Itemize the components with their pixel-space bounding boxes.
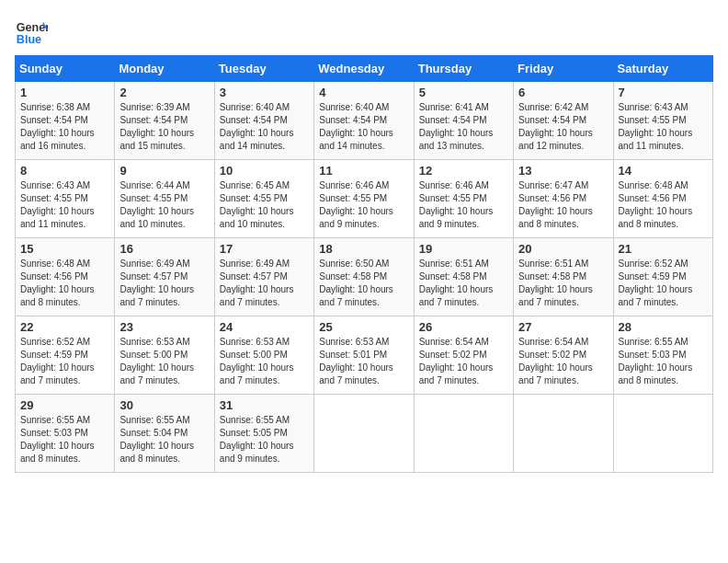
day-number: 28 <box>619 320 708 334</box>
day-info: Sunrise: 6:51 AM Sunset: 4:58 PM Dayligh… <box>419 258 508 309</box>
calendar-cell: 22Sunrise: 6:52 AM Sunset: 4:59 PM Dayli… <box>16 316 115 395</box>
day-info: Sunrise: 6:47 AM Sunset: 4:56 PM Dayligh… <box>518 179 608 231</box>
day-number: 4 <box>319 86 408 99</box>
calendar-cell: 4Sunrise: 6:40 AM Sunset: 4:54 PM Daylig… <box>314 82 414 160</box>
day-number: 14 <box>619 164 708 178</box>
day-info: Sunrise: 6:43 AM Sunset: 4:55 PM Dayligh… <box>20 179 109 231</box>
day-number: 17 <box>220 242 309 256</box>
day-number: 5 <box>419 86 508 99</box>
day-number: 8 <box>20 164 109 178</box>
calendar-cell: 31Sunrise: 6:55 AM Sunset: 5:05 PM Dayli… <box>214 395 313 473</box>
calendar-cell <box>414 395 513 473</box>
day-number: 26 <box>419 320 508 334</box>
day-info: Sunrise: 6:53 AM Sunset: 5:00 PM Dayligh… <box>220 336 309 387</box>
calendar-cell: 1Sunrise: 6:38 AM Sunset: 4:54 PM Daylig… <box>16 82 115 160</box>
calendar-cell: 20Sunrise: 6:51 AM Sunset: 4:58 PM Dayli… <box>514 238 613 316</box>
day-info: Sunrise: 6:48 AM Sunset: 4:56 PM Dayligh… <box>20 258 109 309</box>
calendar-cell: 24Sunrise: 6:53 AM Sunset: 5:00 PM Dayli… <box>214 316 313 395</box>
header-friday: Friday <box>514 56 613 82</box>
day-info: Sunrise: 6:53 AM Sunset: 5:01 PM Dayligh… <box>319 336 408 387</box>
day-info: Sunrise: 6:46 AM Sunset: 4:55 PM Dayligh… <box>319 179 408 231</box>
day-number: 12 <box>419 164 508 178</box>
calendar-week-1: 1Sunrise: 6:38 AM Sunset: 4:54 PM Daylig… <box>16 82 713 160</box>
day-info: Sunrise: 6:49 AM Sunset: 4:57 PM Dayligh… <box>220 258 309 309</box>
calendar-cell: 8Sunrise: 6:43 AM Sunset: 4:55 PM Daylig… <box>16 160 115 238</box>
day-info: Sunrise: 6:45 AM Sunset: 4:55 PM Dayligh… <box>220 179 309 231</box>
calendar-cell: 6Sunrise: 6:42 AM Sunset: 4:54 PM Daylig… <box>514 82 613 160</box>
calendar-cell: 2Sunrise: 6:39 AM Sunset: 4:54 PM Daylig… <box>115 82 214 160</box>
logo: General Blue <box>15 15 51 48</box>
calendar-cell: 7Sunrise: 6:43 AM Sunset: 4:55 PM Daylig… <box>613 82 712 160</box>
calendar-cell: 12Sunrise: 6:46 AM Sunset: 4:55 PM Dayli… <box>414 160 513 238</box>
header-thursday: Thursday <box>414 56 513 82</box>
calendar-cell: 30Sunrise: 6:55 AM Sunset: 5:04 PM Dayli… <box>115 395 214 473</box>
calendar-header-row: SundayMondayTuesdayWednesdayThursdayFrid… <box>16 56 713 82</box>
day-info: Sunrise: 6:40 AM Sunset: 4:54 PM Dayligh… <box>319 101 408 153</box>
day-info: Sunrise: 6:52 AM Sunset: 4:59 PM Dayligh… <box>20 336 109 387</box>
day-info: Sunrise: 6:48 AM Sunset: 4:56 PM Dayligh… <box>619 179 708 231</box>
day-info: Sunrise: 6:52 AM Sunset: 4:59 PM Dayligh… <box>619 258 708 309</box>
day-info: Sunrise: 6:49 AM Sunset: 4:57 PM Dayligh… <box>119 258 209 309</box>
calendar-cell: 25Sunrise: 6:53 AM Sunset: 5:01 PM Dayli… <box>314 316 414 395</box>
day-info: Sunrise: 6:39 AM Sunset: 4:54 PM Dayligh… <box>119 101 209 153</box>
day-info: Sunrise: 6:46 AM Sunset: 4:55 PM Dayligh… <box>419 179 508 231</box>
day-info: Sunrise: 6:55 AM Sunset: 5:05 PM Dayligh… <box>220 414 309 465</box>
calendar-cell: 14Sunrise: 6:48 AM Sunset: 4:56 PM Dayli… <box>613 160 712 238</box>
header-sunday: Sunday <box>16 56 115 82</box>
calendar-cell: 18Sunrise: 6:50 AM Sunset: 4:58 PM Dayli… <box>314 238 414 316</box>
calendar-cell <box>314 395 414 473</box>
calendar-week-5: 29Sunrise: 6:55 AM Sunset: 5:03 PM Dayli… <box>16 395 713 473</box>
calendar-cell: 29Sunrise: 6:55 AM Sunset: 5:03 PM Dayli… <box>16 395 115 473</box>
calendar-table: SundayMondayTuesdayWednesdayThursdayFrid… <box>15 55 713 473</box>
logo-icon: General Blue <box>15 15 48 48</box>
calendar-week-2: 8Sunrise: 6:43 AM Sunset: 4:55 PM Daylig… <box>16 160 713 238</box>
day-info: Sunrise: 6:53 AM Sunset: 5:00 PM Dayligh… <box>119 336 209 387</box>
day-number: 20 <box>518 242 608 256</box>
calendar-cell: 11Sunrise: 6:46 AM Sunset: 4:55 PM Dayli… <box>314 160 414 238</box>
header-tuesday: Tuesday <box>214 56 313 82</box>
day-number: 10 <box>220 164 309 178</box>
day-number: 22 <box>20 320 109 334</box>
day-number: 2 <box>119 86 209 99</box>
calendar-week-3: 15Sunrise: 6:48 AM Sunset: 4:56 PM Dayli… <box>16 238 713 316</box>
day-number: 31 <box>220 398 309 412</box>
calendar-cell: 27Sunrise: 6:54 AM Sunset: 5:02 PM Dayli… <box>514 316 613 395</box>
day-info: Sunrise: 6:51 AM Sunset: 4:58 PM Dayligh… <box>518 258 608 309</box>
day-number: 27 <box>518 320 608 334</box>
day-number: 18 <box>319 242 408 256</box>
header-saturday: Saturday <box>613 56 712 82</box>
day-number: 9 <box>119 164 209 178</box>
day-info: Sunrise: 6:42 AM Sunset: 4:54 PM Dayligh… <box>518 101 608 153</box>
header-monday: Monday <box>115 56 214 82</box>
day-number: 19 <box>419 242 508 256</box>
day-number: 24 <box>220 320 309 334</box>
day-info: Sunrise: 6:43 AM Sunset: 4:55 PM Dayligh… <box>619 101 708 153</box>
day-info: Sunrise: 6:54 AM Sunset: 5:02 PM Dayligh… <box>518 336 608 387</box>
calendar-cell: 26Sunrise: 6:54 AM Sunset: 5:02 PM Dayli… <box>414 316 513 395</box>
day-number: 25 <box>319 320 408 334</box>
calendar-cell: 19Sunrise: 6:51 AM Sunset: 4:58 PM Dayli… <box>414 238 513 316</box>
day-number: 23 <box>119 320 209 334</box>
day-number: 11 <box>319 164 408 178</box>
svg-text:Blue: Blue <box>17 33 41 46</box>
day-number: 29 <box>20 398 109 412</box>
day-info: Sunrise: 6:55 AM Sunset: 5:03 PM Dayligh… <box>619 336 708 387</box>
day-number: 7 <box>619 86 708 99</box>
day-info: Sunrise: 6:40 AM Sunset: 4:54 PM Dayligh… <box>220 101 309 153</box>
calendar-cell: 28Sunrise: 6:55 AM Sunset: 5:03 PM Dayli… <box>613 316 712 395</box>
page-header: General Blue <box>15 15 713 48</box>
calendar-cell: 17Sunrise: 6:49 AM Sunset: 4:57 PM Dayli… <box>214 238 313 316</box>
calendar-cell <box>514 395 613 473</box>
calendar-cell: 10Sunrise: 6:45 AM Sunset: 4:55 PM Dayli… <box>214 160 313 238</box>
calendar-cell: 13Sunrise: 6:47 AM Sunset: 4:56 PM Dayli… <box>514 160 613 238</box>
calendar-cell: 21Sunrise: 6:52 AM Sunset: 4:59 PM Dayli… <box>613 238 712 316</box>
day-number: 16 <box>119 242 209 256</box>
day-info: Sunrise: 6:50 AM Sunset: 4:58 PM Dayligh… <box>319 258 408 309</box>
day-number: 15 <box>20 242 109 256</box>
day-info: Sunrise: 6:41 AM Sunset: 4:54 PM Dayligh… <box>419 101 508 153</box>
day-number: 1 <box>20 86 109 99</box>
day-info: Sunrise: 6:44 AM Sunset: 4:55 PM Dayligh… <box>119 179 209 231</box>
calendar-cell: 15Sunrise: 6:48 AM Sunset: 4:56 PM Dayli… <box>16 238 115 316</box>
day-info: Sunrise: 6:38 AM Sunset: 4:54 PM Dayligh… <box>20 101 109 153</box>
calendar-cell <box>613 395 712 473</box>
